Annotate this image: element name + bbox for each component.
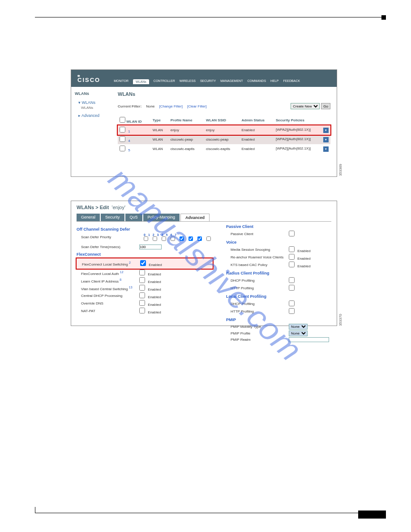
flex-local-switching-label: FlexConnect Local Switching 2 (77, 261, 140, 266)
menu-wlans[interactable]: WLANs (133, 79, 149, 84)
prio-5-checkbox[interactable] (188, 236, 193, 241)
menu-feedback[interactable]: FEEDBACK (283, 79, 300, 84)
kts-label: KTS based CAC Policy (226, 263, 289, 267)
section-off-channel: Off Channel Scanning Defer (77, 227, 213, 232)
section-pmip: PMIP (226, 317, 331, 322)
radius-http-checkbox[interactable] (289, 285, 295, 291)
prio-4-checkbox[interactable] (180, 236, 184, 241)
sidebar-head: WLANs (75, 91, 108, 96)
menu-controller[interactable]: CONTROLLER (154, 79, 175, 84)
cisco-logo: ı|ıı|ıı CISCO (77, 75, 100, 87)
pmip-mobility-select[interactable]: None (289, 324, 308, 330)
breadcrumb: WLANs > Edit 'enjoy' (77, 205, 331, 210)
section-passive-client: Passive Client (226, 224, 331, 229)
row-checkbox[interactable] (120, 127, 125, 133)
media-snooping-checkbox[interactable] (289, 246, 295, 252)
main-menu: MONITOR WLANs CONTROLLER WIRELESS SECURI… (114, 79, 300, 87)
flex-local-auth-checkbox[interactable] (139, 270, 145, 275)
menu-monitor[interactable]: MONITOR (114, 79, 128, 84)
figure-id: 353369 (338, 164, 342, 176)
prio-7-checkbox[interactable] (206, 236, 211, 241)
tab-bar: General Security QoS Policy-Mapping Adva… (77, 214, 331, 222)
row-checkbox[interactable] (120, 136, 125, 142)
central-dhcp-checkbox[interactable] (139, 292, 145, 298)
nat-pat-label: NAT-PAT (77, 309, 139, 313)
nat-pat-checkbox[interactable] (139, 308, 145, 313)
flex-local-auth-label: FlexConnect Local Auth 12 (77, 270, 139, 276)
local-dhcp-label: DHCP Profiling (226, 302, 289, 306)
passive-client-label: Passive Client (226, 232, 289, 236)
go-button[interactable]: Go (321, 103, 330, 109)
menu-commands[interactable]: COMMANDS (247, 79, 266, 84)
passive-client-checkbox[interactable] (289, 231, 295, 236)
filter-label: Current Filter: (118, 104, 141, 108)
section-voice: Voice (226, 240, 331, 245)
sidebar: WLANs ▾ WLANs WLANs ▸ Advanced (71, 87, 111, 158)
media-snooping-label: Media Session Snooping (226, 248, 289, 252)
local-http-label: HTTP Profiling (226, 309, 289, 313)
change-filter-link[interactable]: [Change Filter] (159, 104, 182, 108)
prio-1-checkbox[interactable] (153, 236, 157, 241)
page-title: WLANs (118, 91, 330, 97)
learn-client-ip-checkbox[interactable] (139, 277, 145, 283)
table-row[interactable]: 5 WLAN ciscowlc-eaptls ciscowlc-eaptls E… (118, 144, 330, 154)
scan-defer-priority-label: Scan Defer Priority (77, 235, 139, 239)
figure-id: 353370 (338, 314, 342, 326)
scan-defer-time-input[interactable] (139, 245, 162, 249)
central-dhcp-label: Central DHCP Processing (77, 294, 139, 298)
sidebar-item-advanced[interactable]: ▸ Advanced (75, 112, 108, 119)
tab-general[interactable]: General (77, 214, 100, 221)
pmip-realm-input[interactable] (289, 337, 329, 342)
flex-local-switching-checkbox[interactable] (140, 260, 146, 266)
row-menu-icon[interactable]: ▾ (323, 146, 329, 152)
menu-management[interactable]: MANAGEMENT (220, 79, 243, 84)
kts-checkbox[interactable] (289, 262, 295, 267)
select-all-checkbox[interactable] (120, 117, 125, 123)
row-checkbox[interactable] (120, 146, 125, 151)
tab-policy-mapping[interactable]: Policy-Mapping (143, 214, 180, 221)
menu-security[interactable]: SECURITY (200, 79, 216, 84)
menu-help[interactable]: HELP (270, 79, 278, 84)
override-dns-checkbox[interactable] (139, 300, 145, 306)
wlans-table: WLAN ID Type Profile Name WLAN SSID Admi… (118, 116, 330, 154)
section-local-profiling: Local Client Profiling (226, 294, 331, 299)
reanchor-label: Re-anchor Roamed Voice Clients (226, 255, 289, 259)
local-dhcp-checkbox[interactable] (289, 300, 295, 306)
sidebar-sub-wlans[interactable]: WLANs (75, 106, 108, 110)
table-row[interactable]: 4 WLAN ciscowlc-peap ciscowlc-peap Enabl… (118, 135, 330, 144)
cisco-header: ı|ıı|ıı CISCO MONITOR WLANs CONTROLLER W… (71, 70, 337, 87)
learn-client-ip-label: Learn Client IP Address 8 (77, 278, 139, 283)
prio-3-checkbox[interactable] (171, 236, 175, 241)
section-flexconnect: FlexConnect (77, 252, 213, 257)
reanchor-checkbox[interactable] (289, 254, 295, 260)
tab-advanced[interactable]: Advanced (180, 214, 210, 221)
row-menu-icon[interactable]: ▾ (323, 137, 329, 142)
radius-dhcp-checkbox[interactable] (289, 277, 295, 283)
menu-wireless[interactable]: WIRELESS (180, 79, 196, 84)
screenshot-wlans-list: ı|ıı|ıı CISCO MONITOR WLANs CONTROLLER W… (71, 69, 337, 177)
tab-qos[interactable]: QoS (125, 214, 142, 221)
pmip-mobility-label: PMIP Mobility Type (226, 325, 289, 329)
local-http-checkbox[interactable] (289, 308, 295, 314)
radius-dhcp-label: DHCP Profiling (226, 279, 289, 283)
section-radius-profiling: Radius Client Profiling (226, 271, 331, 275)
override-dns-label: Override DNS (77, 301, 139, 305)
filter-value: None (146, 104, 154, 108)
pmip-profile-select[interactable]: None (289, 330, 308, 336)
create-new-select[interactable]: Create New (291, 103, 320, 109)
pmip-realm-label: PMIP Realm (226, 338, 289, 342)
pmip-profile-label: PMIP Profile (226, 331, 289, 335)
prio-0-checkbox[interactable] (144, 236, 148, 241)
vlan-central-checkbox[interactable] (139, 285, 145, 291)
scan-defer-time-label: Scan Defer Time(msecs) (77, 245, 139, 249)
vlan-central-label: Vlan based Central Switching 13 (77, 286, 139, 291)
prio-6-checkbox[interactable] (197, 236, 202, 241)
prio-2-checkbox[interactable] (162, 236, 166, 241)
table-row[interactable]: 1 WLAN enjoy enjoy Enabled [WPA2][Auth(8… (118, 125, 330, 135)
radius-http-label: HTTP Profiling (226, 286, 289, 290)
clear-filter-link[interactable]: [Clear Filter] (187, 104, 207, 108)
row-menu-icon[interactable]: ▾ (323, 128, 329, 133)
screenshot-wlan-edit: WLANs > Edit 'enjoy' General Security Qo… (71, 201, 337, 326)
tab-security[interactable]: Security (101, 214, 124, 221)
sidebar-item-wlans[interactable]: ▾ WLANs (75, 99, 108, 106)
